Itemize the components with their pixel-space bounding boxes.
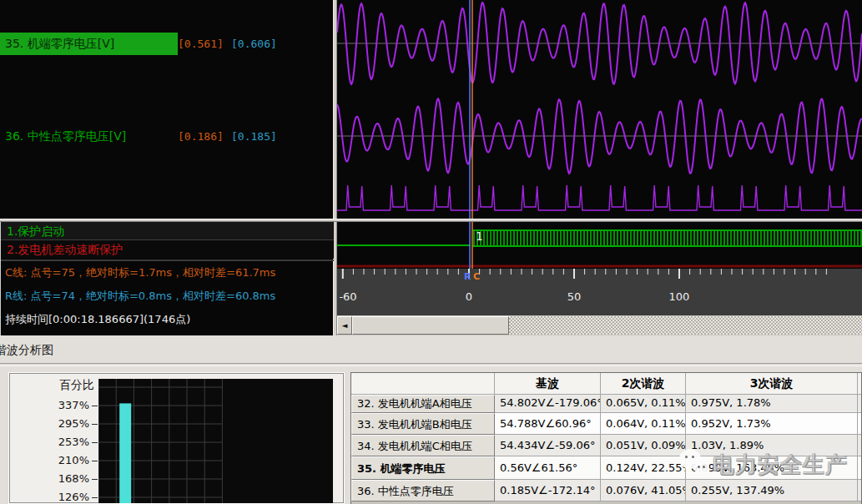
channel-35-label[interactable]: 35. 机端零序电压[V] (0, 33, 178, 55)
svg-text:R: R (464, 271, 471, 282)
digital-channel-list: 1.保护启动 2.发电机差动速断保护 C线: 点号=75，绝对时标=1.7ms，… (0, 222, 333, 335)
row-35-clipped (858, 456, 862, 480)
digital-trace-display[interactable]: 1 (337, 222, 862, 269)
percent-tick-label: 337% (9, 398, 89, 413)
harmonic-section-title: 谐波分析图 (0, 343, 53, 358)
row-35-label[interactable]: 35. 机端零序电压 (351, 456, 495, 480)
section-divider (0, 363, 862, 366)
row-35-h2[interactable]: 0.124V, 22.55% (601, 456, 686, 480)
percent-tick-mark (92, 479, 98, 480)
row-33-h2[interactable]: 0.064V, 0.11% (601, 413, 686, 435)
harmonic-bar-plot[interactable] (98, 379, 333, 503)
table-corner-header (351, 373, 495, 395)
waveform-h-scrollbar[interactable]: ◄ (337, 315, 862, 335)
svg-text:0: 0 (466, 290, 472, 303)
row-32-fundamental[interactable]: 54.802V∠-179.06° (495, 395, 601, 413)
digital-traces-plot[interactable]: 1 (337, 222, 862, 269)
analog-waveforms-plot[interactable] (337, 0, 862, 219)
analog-channel-row-35[interactable]: 35. 机端零序电压[V] [0.561] [0.606] (0, 33, 333, 55)
svg-text:1: 1 (476, 229, 483, 243)
svg-text:100: 100 (669, 290, 690, 303)
harmonic-table-grid: 基波 2次谐波 3次谐波 32. 发电机机端A相电压 54.802V∠-179.… (351, 373, 861, 501)
waveform-display[interactable] (337, 0, 862, 219)
col-header-clipped (858, 373, 862, 395)
channel-35-c-value: [0.561] (178, 33, 224, 55)
row-34-h2[interactable]: 0.051V, 0.09% (601, 435, 686, 456)
row-36-clipped (858, 480, 862, 501)
percent-tick-label: 126% (9, 490, 89, 504)
percent-tick-mark (92, 497, 98, 498)
row-36-label[interactable]: 36. 中性点零序电压 (351, 480, 495, 501)
row-33-fundamental[interactable]: 54.788V∠60.96° (495, 413, 601, 435)
svg-text:C: C (473, 271, 480, 282)
row-34-label[interactable]: 34. 发电机机端C相电压 (351, 435, 495, 456)
digital-channel-row-2[interactable]: 2.发电机差动速断保护 (1, 240, 334, 259)
percent-tick-label: 253% (9, 435, 89, 450)
info-separator (1, 260, 334, 261)
digital-channel-2-label: 2.发电机差动速断保护 (7, 243, 123, 256)
row-35-h3[interactable]: 0.899V, 163.45% (686, 456, 858, 480)
scrollbar-thumb[interactable] (352, 316, 509, 335)
harmonic-bars (98, 379, 333, 503)
channel-36-label[interactable]: 36. 中性点零序电压[V] (0, 125, 126, 148)
scrollbar-track[interactable] (509, 316, 862, 335)
row-34-fundamental[interactable]: 54.434V∠-59.06° (495, 435, 601, 456)
percent-tick-mark (92, 406, 98, 406)
row-32-h2[interactable]: 0.065V, 0.11% (601, 395, 686, 413)
percent-tick-mark (92, 424, 98, 425)
col-header-2nd-harmonic: 2次谐波 (601, 373, 686, 395)
time-axis-ruler[interactable]: -60050100RC (337, 269, 862, 315)
row-33-label[interactable]: 33. 发电机机端B相电压 (351, 413, 495, 435)
harmonic-analysis-section: 谐波分析图 百分比 337%295%253%210%168%126% 基波 2次… (0, 335, 862, 504)
row-34-h3[interactable]: 1.03V, 1.89% (686, 435, 858, 456)
percent-tick-mark (92, 442, 98, 443)
row-35-fundamental[interactable]: 0.56V∠61.56° (495, 456, 601, 480)
digital-channel-row-1[interactable]: 1.保护启动 (1, 222, 334, 240)
row-32-h3[interactable]: 0.975V, 1.78% (686, 395, 858, 413)
analog-channel-row-36[interactable]: 36. 中性点零序电压[V] [0.186] [0.185] (0, 125, 333, 148)
percent-tick-mark (92, 461, 98, 461)
channel-36-r-value: [0.185] (231, 125, 277, 148)
harmonic-bar-chart-panel: 百分比 337%295%253%210%168%126% (8, 372, 345, 504)
channel-35-r-value: [0.606] (231, 33, 277, 55)
col-header-3rd-harmonic: 3次谐波 (686, 373, 858, 395)
row-33-clipped (858, 413, 862, 435)
percent-tick-label: 168% (9, 471, 89, 486)
row-36-h3[interactable]: 0.255V, 137.49% (686, 480, 858, 501)
row-36-h2[interactable]: 0.076V, 41.05% (601, 480, 686, 501)
fault-oscillogram-window: 35. 机端零序电压[V] [0.561] [0.606] 36. 中性点零序电… (0, 0, 862, 504)
scroll-left-button[interactable]: ◄ (337, 316, 352, 335)
record-duration: 持续时间[0:00:18.186667](1746点) (5, 312, 190, 327)
time-axis-plot: -60050100RC (337, 269, 862, 315)
digital-channel-1-label: 1.保护启动 (7, 224, 64, 238)
channel-36-c-value: [0.186] (178, 125, 224, 148)
percent-tick-label: 210% (9, 453, 89, 468)
row-32-clipped (858, 395, 862, 413)
row-33-h3[interactable]: 0.952V, 1.73% (686, 413, 858, 435)
analog-channel-list: 35. 机端零序电压[V] [0.561] [0.606] 36. 中性点零序电… (0, 0, 333, 219)
row-32-label[interactable]: 32. 发电机机端A相电压 (351, 395, 495, 413)
r-cursor-readout: R线: 点号=74，绝对时标=0.8ms，相对时差=60.8ms (5, 289, 275, 304)
percent-axis-title: 百分比 (9, 378, 94, 393)
row-34-clipped (858, 435, 862, 456)
svg-text:-60: -60 (339, 290, 356, 303)
col-header-fundamental: 基波 (495, 373, 601, 395)
c-cursor-readout: C线: 点号=75，绝对时标=1.7ms，相对时差=61.7ms (5, 265, 275, 280)
percent-tick-label: 295% (9, 416, 89, 431)
svg-text:50: 50 (567, 290, 582, 303)
row-36-fundamental[interactable]: 0.185V∠-172.14° (495, 480, 601, 501)
harmonic-table: 基波 2次谐波 3次谐波 32. 发电机机端A相电压 54.802V∠-179.… (350, 372, 862, 504)
